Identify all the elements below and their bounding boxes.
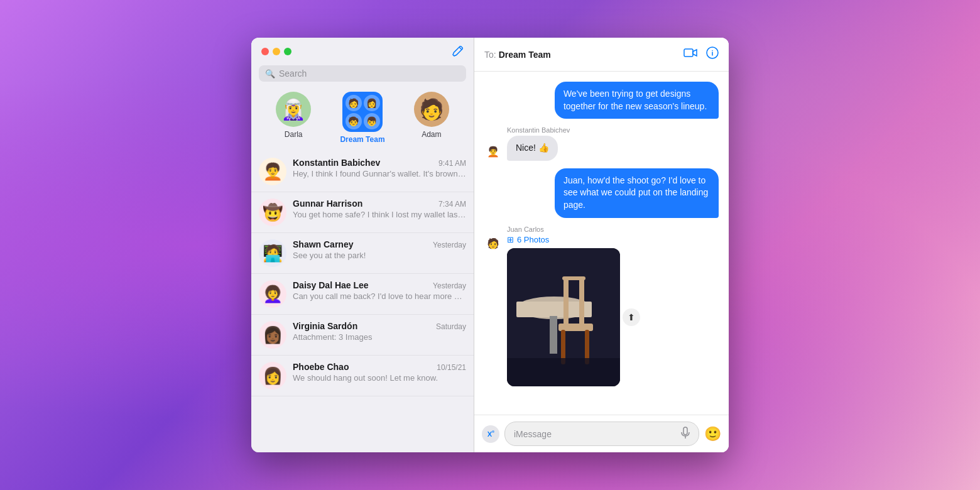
conv-item-gunnar[interactable]: 🤠 Gunnar Harrison 7:34 AM You get home s… (251, 192, 474, 233)
sender-name-juan: Juan Carlos (507, 226, 719, 233)
group-avatar-item-1: 🧑 (346, 95, 362, 111)
message-row-2: 🧑‍🦱 Nice! 👍 (484, 136, 719, 161)
photos-label: ⊞ 6 Photos (507, 235, 620, 244)
chat-header-icons (683, 46, 719, 62)
conv-avatar-daisy: 👩‍🦱 (259, 280, 286, 308)
conv-name-gunnar: Gunnar Harrison (293, 199, 362, 209)
conv-time-phoebe: 10/15/21 (437, 363, 466, 372)
svg-rect-13 (507, 358, 620, 386)
conv-name-phoebe: Phoebe Chao (293, 362, 349, 372)
conv-item-phoebe[interactable]: 👩 Phoebe Chao 10/15/21 We should hang ou… (251, 356, 474, 396)
chat-recipient-name: Dream Team (499, 50, 683, 60)
adam-label: Adam (422, 130, 441, 139)
sender-name-konstantin: Konstantin Babichev (507, 126, 719, 134)
pinned-contact-adam[interactable]: 🧑 Adam (414, 92, 449, 144)
svg-rect-9 (562, 276, 585, 280)
sidebar-header (251, 38, 474, 63)
conv-time-konstantin: 9:41 AM (438, 159, 466, 168)
conv-item-daisy[interactable]: 👩‍🦱 Daisy Dal Hae Lee Yesterday Can you … (251, 274, 474, 315)
message-input[interactable]: iMessage (504, 422, 699, 446)
sender-avatar-juan: 🧑 (484, 235, 502, 253)
conv-avatar-konstantin: 🧑‍🦱 (259, 158, 286, 185)
close-button[interactable] (261, 48, 269, 55)
svg-point-2 (712, 50, 713, 52)
to-label: To: (484, 50, 496, 60)
conv-time-virginia: Saturday (436, 322, 466, 331)
conv-preview-shawn: See you at the park! (293, 251, 466, 260)
message-row-3: Juan, how'd the shoot go? I'd love to se… (484, 168, 719, 218)
conv-item-virginia[interactable]: 👩🏾 Virginia Sardón Saturday Attachment: … (251, 315, 474, 356)
conv-preview-phoebe: We should hang out soon! Let me know. (293, 373, 466, 383)
photos-grid-icon: ⊞ (507, 235, 514, 244)
message-bubble-1: We've been trying to get designs togethe… (555, 82, 719, 119)
sender-avatar-konstantin: 🧑‍🦱 (484, 143, 502, 161)
share-button[interactable]: ⬆ (623, 308, 640, 326)
conv-name-konstantin: Konstantin Babichev (293, 158, 380, 168)
conv-preview-konstantin: Hey, I think I found Gunnar's wallet. It… (293, 169, 466, 178)
emoji-button[interactable]: 🙂 (704, 426, 721, 442)
pinned-contact-dream-team[interactable]: 🧑 👩 🧒 👦 Dream Team (340, 92, 384, 144)
microphone-icon (681, 427, 690, 441)
message-group-juan: Juan Carlos 🧑 ⊞ 6 Photos (484, 226, 719, 389)
svg-rect-6 (550, 316, 557, 354)
conversation-list: 🧑‍🦱 Konstantin Babichev 9:41 AM Hey, I t… (251, 151, 474, 452)
svg-rect-0 (684, 49, 693, 57)
group-avatar-item-2: 👩 (364, 95, 380, 111)
darla-label: Darla (285, 130, 303, 139)
app-store-button[interactable] (482, 425, 499, 443)
conv-name-daisy: Daisy Dal Hae Lee (293, 280, 369, 290)
chat-panel: To: Dream Team (474, 38, 729, 452)
photo-thumbnail (507, 248, 620, 386)
message-bubble-3: Juan, how'd the shoot go? I'd love to se… (555, 168, 719, 218)
svg-rect-7 (564, 276, 569, 327)
conv-preview-daisy: Can you call me back? I'd love to hear m… (293, 291, 466, 301)
message-group-konstantin: Konstantin Babichev 🧑‍🦱 Nice! 👍 (484, 126, 719, 161)
conv-avatar-phoebe: 👩 (259, 362, 286, 389)
traffic-lights (261, 48, 291, 55)
conv-name-shawn: Shawn Carney (293, 239, 353, 249)
video-call-icon[interactable] (683, 48, 697, 61)
sidebar: 🔍 Search 🧝‍♀️ Darla 🧑 👩 🧒 👦 Dream Team (251, 38, 474, 452)
messages-window: 🔍 Search 🧝‍♀️ Darla 🧑 👩 🧒 👦 Dream Team (251, 38, 729, 452)
conv-item-konstantin[interactable]: 🧑‍🦱 Konstantin Babichev 9:41 AM Hey, I t… (251, 151, 474, 192)
search-bar[interactable]: 🔍 Search (259, 65, 466, 82)
conv-avatar-virginia: 👩🏾 (259, 321, 286, 349)
photos-section: ⊞ 6 Photos (507, 235, 620, 389)
message-row-1: We've been trying to get designs togethe… (484, 82, 719, 119)
conv-time-gunnar: 7:34 AM (438, 200, 466, 209)
conv-time-daisy: Yesterday (433, 281, 466, 290)
svg-rect-15 (683, 427, 687, 435)
pinned-contacts-row: 🧝‍♀️ Darla 🧑 👩 🧒 👦 Dream Team 🧑 Adam (251, 87, 474, 151)
photos-count: 6 Photos (517, 235, 549, 244)
group-avatar-item-4: 👦 (364, 113, 380, 129)
conv-name-virginia: Virginia Sardón (293, 321, 357, 331)
conv-item-shawn[interactable]: 🧑‍💻 Shawn Carney Yesterday See you at th… (251, 233, 474, 274)
pinned-contact-darla[interactable]: 🧝‍♀️ Darla (276, 92, 311, 144)
message-bubble-2: Nice! 👍 (507, 136, 558, 161)
fullscreen-button[interactable] (284, 48, 291, 55)
darla-avatar: 🧝‍♀️ (276, 92, 311, 127)
svg-rect-8 (579, 276, 584, 327)
dream-team-label: Dream Team (340, 135, 384, 144)
compose-button[interactable] (451, 45, 464, 58)
chat-input-area: iMessage 🙂 (474, 415, 729, 452)
search-label: Search (279, 68, 307, 79)
group-avatar-item-3: 🧒 (346, 113, 362, 129)
chat-header: To: Dream Team (474, 38, 729, 72)
conv-preview-virginia: Attachment: 3 Images (293, 332, 466, 342)
conv-time-shawn: Yesterday (433, 241, 466, 249)
search-icon: 🔍 (265, 69, 275, 79)
conv-preview-gunnar: You get home safe? I think I lost my wal… (293, 210, 466, 219)
minimize-button[interactable] (273, 48, 280, 55)
adam-avatar: 🧑 (414, 92, 449, 127)
input-placeholder: iMessage (514, 429, 552, 439)
conv-avatar-shawn: 🧑‍💻 (259, 239, 286, 267)
info-icon[interactable] (706, 46, 719, 62)
conv-avatar-gunnar: 🤠 (259, 199, 286, 226)
svg-point-14 (492, 430, 494, 433)
chat-messages: We've been trying to get designs togethe… (474, 72, 729, 415)
dream-team-avatar: 🧑 👩 🧒 👦 (342, 92, 383, 132)
